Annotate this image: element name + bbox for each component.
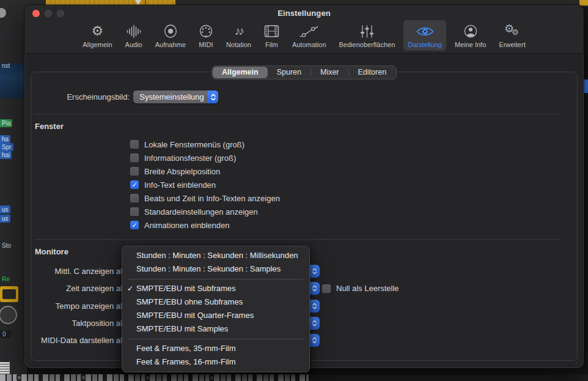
tab-bar: Allgemein Spuren Mixer Editoren — [24, 65, 584, 80]
track-label: Spr — [0, 143, 13, 151]
menu-separator — [128, 279, 303, 279]
checkmark-icon: ✓ — [127, 282, 133, 295]
toolbar-item-meine-info[interactable]: Meine Info — [450, 20, 490, 51]
appearance-value: Systemeinstellung — [133, 92, 208, 102]
checkbox-lokale-fenstermenues[interactable] — [130, 140, 139, 149]
checkbox-null-als-leerstelle[interactable] — [322, 284, 331, 293]
checkbox-informationsfenster[interactable] — [130, 154, 139, 162]
track-label: nst — [0, 62, 12, 70]
toolbar-item-audio[interactable]: Audio — [121, 20, 147, 51]
track-label: ha — [0, 135, 10, 143]
screen: nst Pia ha Spr hai us us Sto Re 0 9 9 9 … — [0, 0, 588, 381]
checkbox-breite-abspielposition[interactable] — [130, 167, 139, 176]
toolbar-item-automation[interactable]: Automation — [288, 20, 331, 51]
tempo-label: Tempo anzeigen al — [31, 301, 122, 311]
mittl-c-label: Mittl. C anzeigen al — [31, 267, 122, 276]
tab-editoren[interactable]: Editoren — [349, 67, 396, 78]
music-notes-icon: ♪♪ — [235, 23, 243, 40]
track-label: us — [0, 205, 10, 213]
toolbar-item-darstellung[interactable]: Darstellung — [403, 20, 446, 51]
separator — [35, 239, 560, 240]
checkbox-row: Breite Abspielposition — [130, 165, 280, 178]
menu-item[interactable]: Feet & Frames, 35-mm-Film — [122, 342, 309, 355]
track-label: Re — [0, 275, 12, 283]
value-badge: 0 — [0, 330, 11, 338]
midi-data-label: MIDI-Data darstellen al — [31, 336, 122, 346]
fenster-section-header: Fenster — [35, 122, 64, 131]
separator — [35, 114, 560, 114]
octave-label: 9 — [17, 375, 21, 380]
double-gear-icon: ⚙⚙ — [504, 23, 520, 40]
track-label: us — [0, 215, 10, 223]
preferences-toolbar: ⚙ Allgemein Audio Aufnahme MIDI ♪♪ Notat… — [24, 20, 584, 53]
eye-icon — [416, 23, 434, 40]
chevron-up-down-icon — [208, 91, 218, 103]
octave-label: 9 — [145, 375, 150, 380]
toolbar-item-bedienoberflaechen[interactable]: Bedienoberflächen — [335, 20, 400, 51]
time-format-dropdown-menu: Stunden : Minuten : Sekunden : Milliseku… — [122, 246, 310, 372]
appearance-label: Erscheinungsbild: — [31, 92, 130, 102]
checkbox-row: ✓ Animationen einblenden — [130, 218, 280, 232]
toolbar-item-notation[interactable]: ♪♪ Notation — [222, 20, 255, 51]
toolbar-item-film[interactable]: Film — [260, 20, 284, 51]
background-piano-keys-vertical — [0, 362, 10, 374]
tab-mixer[interactable]: Mixer — [311, 67, 348, 78]
menu-item[interactable]: SMPTE/EBU mit Samples — [122, 322, 309, 336]
checkbox-row: Lokale Fenstermenüs (groß) — [130, 138, 280, 151]
zeit-label: Zeit anzeigen al — [31, 284, 122, 294]
toolbar-item-erweitert[interactable]: ⚙⚙ Erweitert — [494, 20, 529, 51]
person-icon — [463, 23, 478, 40]
checkbox-row: Beats und Zeit in Info-Texten anzeigen — [130, 191, 280, 205]
menu-item[interactable]: SMPTE/EBU ohne Subframes — [122, 295, 309, 309]
taktposition-label: Taktposition al — [31, 319, 122, 328]
midi-connector-icon — [199, 23, 213, 40]
menu-item[interactable]: SMPTE/EBU mit Quarter-Frames — [122, 309, 309, 322]
menu-item[interactable]: Stunden : Minuten : Sekunden : Samples — [122, 262, 309, 276]
automation-nodes-icon — [300, 23, 318, 40]
checkbox-standardeinstellungen[interactable] — [130, 207, 139, 216]
filmstrip-icon — [264, 23, 279, 40]
checkbox-animationen-einblenden[interactable]: ✓ — [130, 221, 139, 229]
taktposition-popup[interactable] — [309, 317, 320, 330]
checkbox-row: ✓ Info-Text einblenden — [130, 178, 280, 191]
mittl-c-popup[interactable] — [309, 265, 320, 278]
track-label: Sto — [0, 242, 13, 250]
background-instrument-icon — [0, 286, 18, 302]
menu-separator — [128, 339, 303, 339]
background-piano-keyboard — [0, 374, 309, 381]
null-als-leerstelle-row: Null als Leerstelle — [322, 284, 399, 293]
sliders-icon — [359, 23, 375, 40]
track-label: hai — [0, 151, 12, 159]
octave-label: 9 — [81, 375, 86, 380]
fenster-checkbox-list: Lokale Fenstermenüs (groß) Informationsf… — [130, 138, 280, 232]
track-label: Pia — [0, 119, 12, 127]
checkbox-row: Informationsfenster (groß) — [130, 151, 280, 165]
checkbox-info-text-einblenden[interactable]: ✓ — [130, 180, 139, 189]
tempo-popup[interactable] — [309, 300, 320, 313]
tab-allgemein[interactable]: Allgemein — [213, 67, 268, 78]
monitore-section-header: Monitore — [35, 247, 68, 256]
menu-item[interactable]: Stunden : Minuten : Sekunden : Milliseku… — [122, 249, 309, 262]
background-blue-region — [584, 80, 588, 93]
waveform-icon — [127, 23, 141, 40]
toolbar-item-aufnahme[interactable]: Aufnahme — [151, 20, 190, 51]
checkbox-beats-und-zeit[interactable] — [130, 194, 139, 202]
gear-icon: ⚙ — [92, 23, 104, 40]
zeit-popup[interactable] — [309, 282, 320, 295]
background-ruler-right — [579, 0, 588, 6]
checkbox-row: Standardeinstellungen anzeigen — [130, 205, 280, 218]
menu-item-selected[interactable]: ✓SMPTE/EBU mit Subframes — [122, 282, 309, 295]
menu-item[interactable]: Feet & Frames, 16-mm-Film — [122, 355, 309, 369]
midi-data-popup[interactable] — [309, 334, 320, 347]
toolbar-item-midi[interactable]: MIDI — [194, 20, 218, 51]
appearance-popup[interactable]: Systemeinstellung — [133, 91, 218, 103]
tab-spuren[interactable]: Spuren — [268, 67, 311, 78]
window-title: Einstellungen — [24, 9, 584, 18]
toolbar-item-allgemein[interactable]: ⚙ Allgemein — [78, 20, 116, 51]
record-icon — [163, 23, 178, 40]
octave-label: 9 — [209, 375, 214, 380]
